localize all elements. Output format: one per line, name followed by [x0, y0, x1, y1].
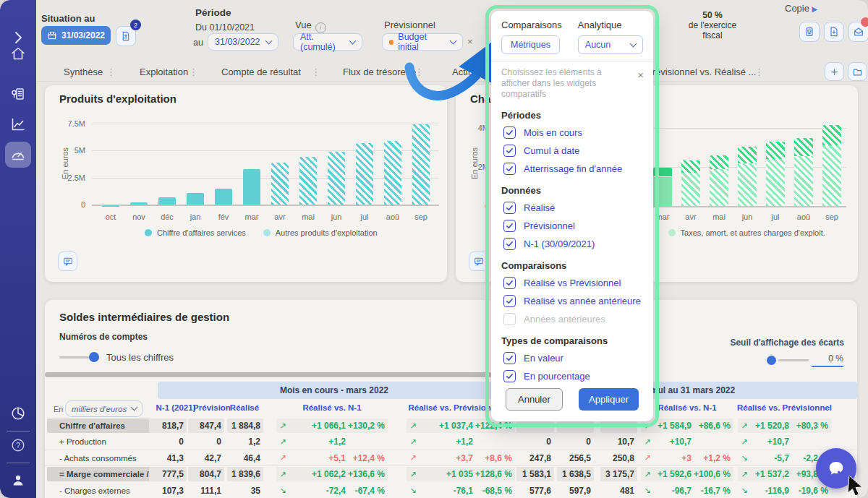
comparison-percent: +12,4 %	[346, 453, 388, 463]
folder-button[interactable]	[848, 62, 867, 81]
bar-jul-top	[766, 142, 785, 159]
comparison-value: +1 037,4	[420, 421, 473, 431]
trend-up-icon: ↗	[407, 453, 420, 463]
line-chart-icon[interactable]	[9, 116, 27, 133]
checkbox-en-valeur[interactable]	[503, 352, 516, 364]
numeros-slider-handle[interactable]	[89, 352, 99, 362]
comparison-value: +1,2	[289, 437, 346, 447]
trend-up-icon: ↗	[276, 453, 289, 463]
x-tick-label: jan	[181, 212, 210, 221]
row-label: - Charges externes	[47, 484, 151, 498]
option-label: Cumul à date	[524, 145, 579, 156]
checkbox-cumul-date[interactable]	[503, 145, 516, 157]
tab-menu-icon[interactable]: ⋮	[189, 64, 198, 81]
bar-jan	[187, 193, 204, 205]
previsionnel-dropdown[interactable]: Budget initial	[382, 33, 463, 51]
periode-to-dropdown[interactable]: 31/03/2022	[208, 33, 278, 51]
horizontal-scrollbar[interactable]	[45, 372, 492, 377]
checkbox-en-pourcentage[interactable]	[503, 370, 516, 382]
x-tick-label: avr	[265, 212, 294, 221]
chat-button[interactable]	[816, 448, 856, 489]
comment-button[interactable]	[469, 252, 488, 271]
presentation-button[interactable]	[799, 22, 820, 42]
cell-comparison: ↗+1 035+128,6 %	[407, 467, 515, 481]
checkbox-n-1-30-09-2021[interactable]	[503, 238, 516, 250]
bar-aoû-top	[794, 138, 813, 157]
home-icon[interactable]	[9, 45, 27, 62]
analytique-label: Analytique	[578, 20, 643, 30]
chevron-down-icon	[349, 37, 357, 44]
comment-button[interactable]	[58, 252, 77, 271]
option-en-pourcentage: En pourcentage	[503, 370, 643, 382]
help-icon[interactable]: ?	[9, 437, 27, 454]
checkbox-atterrissage-fin-d-ann-e[interactable]	[503, 163, 516, 175]
tab-compte-de-r-sultat[interactable]: Compte de résultat	[221, 64, 301, 81]
cancel-button[interactable]: Annuler	[506, 388, 563, 411]
checkbox-r-alis-vs-pr-visionnel[interactable]	[503, 277, 516, 289]
checkbox-ann-es-ant-rieures[interactable]	[503, 313, 516, 325]
bar-mai	[299, 157, 317, 205]
analytique-dropdown[interactable]: Aucun	[578, 35, 643, 54]
cell-comparison: ↘-72,4-67,4 %	[276, 484, 388, 498]
option-label: En valeur	[524, 353, 563, 364]
cell-comparison: ↗+1,2	[276, 434, 388, 449]
tab-actifs[interactable]: Actifs	[452, 64, 475, 81]
sig-card: Soldes intermédiaires de gestion Numéros…	[45, 300, 857, 498]
x-tick-label: déc	[153, 212, 182, 221]
x-tick-label: jul	[350, 212, 379, 221]
seuil-slider-track[interactable]	[778, 359, 809, 361]
comparison-value: -72,4	[289, 486, 346, 496]
tab-pr-visionnel-vs-r-alis[interactable]: Prévisionnel vs. Réalisé ...	[646, 64, 756, 81]
previsionnel-clear-icon[interactable]: ×	[467, 36, 473, 47]
seuil-slider-handle[interactable]	[767, 356, 776, 365]
gauge-icon[interactable]	[9, 146, 27, 163]
tab-copie[interactable]: Copie ▶	[785, 0, 817, 18]
tab-exploitation[interactable]: Exploitation	[140, 64, 188, 81]
cell-comparison: ↗+3+1,2 %	[641, 451, 733, 465]
close-icon[interactable]: ×	[637, 69, 644, 81]
row-label: + Production	[47, 434, 151, 449]
x-tick-label: sep	[407, 212, 435, 221]
gridline	[92, 124, 439, 124]
tab-flux-de-tr-sorerie[interactable]: Flux de trésorerie	[343, 64, 416, 81]
checkbox-r-alis[interactable]	[503, 202, 516, 214]
checkbox-mois-en-cours[interactable]	[503, 126, 516, 139]
comparison-percent: +86,6 %	[692, 421, 733, 431]
checkbox-r-alis-vs-ann-e-ant-rieure[interactable]	[503, 295, 516, 307]
comparison-value: -116,9	[751, 486, 789, 496]
export-document-button[interactable]	[824, 22, 844, 42]
checkbox-pr-visionnel[interactable]	[503, 220, 516, 232]
cell-value: 597,9	[557, 484, 594, 498]
cell-value: 804,7	[188, 467, 224, 481]
vue-dropdown[interactable]: Att. (cumulé)	[293, 33, 362, 51]
cell-value: 41,3	[149, 451, 187, 465]
bar-jul-bottom	[766, 159, 785, 206]
comparison-value: +5,1	[289, 453, 346, 463]
cell-comparison: ↗+1 066,1+130,2 %	[276, 418, 388, 433]
reports-icon[interactable]	[9, 85, 27, 103]
sidebar-divider	[7, 463, 30, 463]
cell-comparison: ↗+10,7	[641, 434, 733, 449]
cell-value: 35	[227, 484, 263, 498]
chart-card-produits: Produits d'exploitation 7.5M5M2.5M0En eu…	[45, 85, 447, 282]
apply-button[interactable]: Appliquer	[579, 388, 639, 411]
tab-menu-icon[interactable]: ⋮	[106, 64, 116, 81]
seuil-value-input[interactable]: 0 %	[812, 353, 843, 367]
pie-chart-icon[interactable]	[9, 405, 27, 422]
tab-menu-icon[interactable]: ⋮	[311, 64, 320, 81]
tab-menu-icon[interactable]: ⋮	[754, 64, 764, 81]
unit-dropdown[interactable]: milliers d'euros	[65, 400, 143, 417]
option-label: Années antérieures	[524, 314, 605, 325]
comparison-percent: +80,3 %	[789, 421, 831, 431]
tab-menu-icon[interactable]: ⋮	[414, 64, 424, 81]
x-tick-label: avr	[676, 212, 705, 221]
trend-up-icon: ↗	[641, 470, 654, 479]
situation-date-button[interactable]: 31/03/2022	[41, 26, 111, 45]
metriques-button[interactable]: Métriques	[501, 35, 560, 54]
tab-synth-se[interactable]: Synthèse	[64, 64, 103, 81]
user-icon[interactable]	[9, 471, 27, 489]
cell-comparison: ↘-116,9-19,6 %	[738, 484, 831, 498]
add-tab-button[interactable]	[825, 62, 844, 81]
x-tick-label: sep	[817, 212, 846, 221]
sidebar-expand-icon[interactable]	[9, 29, 27, 46]
